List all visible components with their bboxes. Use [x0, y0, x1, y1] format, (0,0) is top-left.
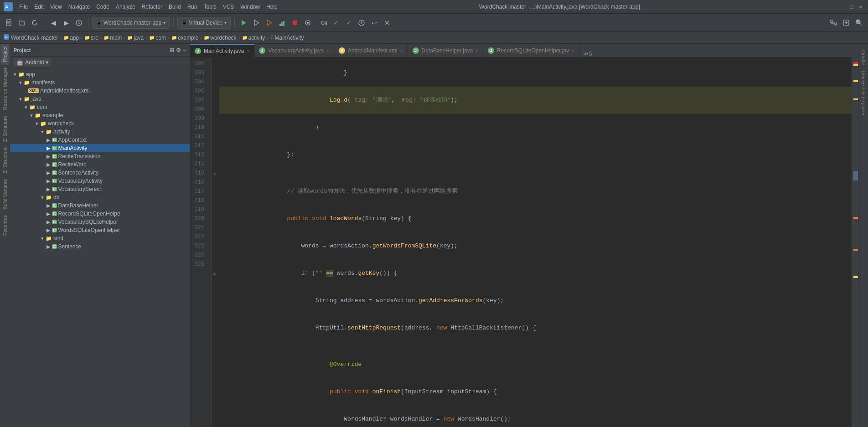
tab-androidmanifest[interactable]: X AndroidManifest.xml ×: [334, 44, 408, 57]
search-everywhere-button[interactable]: 🔍: [853, 17, 864, 28]
profile-button[interactable]: [277, 17, 288, 28]
panel-action-icon[interactable]: ⊞: [170, 47, 174, 53]
git-update-button[interactable]: ✓: [343, 17, 354, 28]
tree-androidmanifest[interactable]: XML AndroidManifest.xml: [10, 87, 190, 95]
tree-manifests[interactable]: ▾ 📁 manifests: [10, 78, 190, 87]
virtual-device-dropdown[interactable]: 📱 Virtual Device ▾: [177, 17, 231, 29]
right-gutter-scrollbar[interactable]: [852, 57, 858, 427]
make-project-button[interactable]: [238, 17, 249, 28]
tree-db-folder[interactable]: ▾ 📁 db: [10, 193, 190, 201]
code-editor[interactable]: 302 303 304 305 307 308 309 310 311 312 …: [190, 57, 858, 427]
close-button[interactable]: ×: [857, 3, 864, 10]
menu-build[interactable]: Build: [166, 3, 184, 11]
recent-files-button[interactable]: [73, 17, 84, 28]
open-project-structure-button[interactable]: [828, 17, 839, 28]
gradle-tab[interactable]: Gradle: [859, 47, 868, 68]
menu-edit[interactable]: Edit: [31, 3, 46, 11]
git-rollback-button[interactable]: ↩: [369, 17, 380, 28]
favorites-tab[interactable]: Favorites: [0, 212, 10, 238]
stop-button[interactable]: [289, 17, 300, 28]
menu-window[interactable]: Window: [238, 3, 263, 11]
app-module-dropdown[interactable]: 📱 WordChack-master-app ▾: [92, 17, 170, 29]
breadcrumb-java[interactable]: java: [134, 35, 144, 41]
tab-databasehelper[interactable]: J DataBaseHelper.java ×: [408, 44, 484, 57]
tree-app[interactable]: ▾ 📁 app: [10, 70, 190, 78]
tree-wordssqliteopenhelper[interactable]: ▶ C WordsSQLiteOpenHelper: [10, 226, 190, 234]
tab-close-recordsqlite[interactable]: ×: [572, 48, 574, 53]
breadcrumb-activity[interactable]: activity: [248, 35, 265, 41]
forward-button[interactable]: ▶: [61, 17, 72, 28]
tree-example[interactable]: ▾ 📁 example: [10, 111, 190, 119]
project-tab[interactable]: Project: [0, 44, 10, 65]
tree-vocabularyactivity[interactable]: ▶ C VocabularyActivity: [10, 177, 190, 185]
menu-code[interactable]: Code: [93, 3, 112, 11]
menu-run[interactable]: Run: [185, 3, 200, 11]
tab-mainactivity[interactable]: J MainActivity.java ×: [190, 44, 254, 57]
tab-vocabularyactivity[interactable]: J VocabularyActivity.java ×: [254, 44, 334, 57]
tree-java-label: java: [31, 96, 190, 102]
tab-close-database[interactable]: ×: [475, 48, 478, 53]
menu-tools[interactable]: Tools: [201, 3, 219, 11]
tree-mainactivity[interactable]: ▶ C MainActivity: [10, 144, 190, 152]
minimize-button[interactable]: −: [839, 3, 846, 10]
menu-analyze[interactable]: Analyze: [113, 3, 138, 11]
debug-button[interactable]: [264, 17, 275, 28]
new-file-button[interactable]: [4, 17, 15, 28]
breadcrumb-main[interactable]: main: [110, 35, 122, 41]
breadcrumb-item-0[interactable]: W: [4, 34, 10, 41]
sync-button[interactable]: [29, 17, 40, 28]
tree-reciteword[interactable]: ▶ C ReciteWord: [10, 160, 190, 169]
attach-debugger-button[interactable]: [302, 17, 313, 28]
tree-kind-folder[interactable]: ▾ 📁 kind: [10, 234, 190, 242]
breadcrumb-project[interactable]: WordChack-master: [11, 35, 58, 41]
run-button[interactable]: [251, 17, 262, 28]
menu-vcs[interactable]: VCS: [220, 3, 237, 11]
tab-close-vocabulary[interactable]: ×: [326, 48, 329, 53]
back-button[interactable]: ◀: [48, 17, 59, 28]
build-variants-tab[interactable]: Build Variants: [0, 176, 10, 212]
menu-help[interactable]: Help: [264, 3, 280, 11]
git-check-button[interactable]: ✓: [331, 17, 341, 28]
open-button[interactable]: [16, 17, 27, 28]
git-history-button[interactable]: [356, 17, 367, 28]
tree-activity-folder[interactable]: ▾ 📁 activity: [10, 128, 190, 136]
tree-sentence[interactable]: ▶ C Sentence: [10, 242, 190, 251]
tree-java[interactable]: ▾ 📁 java: [10, 95, 190, 103]
breadcrumb-wordcheck[interactable]: wordcheck: [210, 35, 236, 41]
tab-recordsqlite[interactable]: J RecordSQLiteOpenHelper.jav ×: [483, 44, 579, 57]
tree-wordcheck[interactable]: ▾ 📁 wordcheck: [10, 119, 190, 128]
view-selector[interactable]: 🤖 Android ▾: [14, 58, 51, 67]
breadcrumb-example[interactable]: example: [178, 35, 198, 41]
tree-vocabularyserech[interactable]: ▶ C VocabularySerech: [10, 185, 190, 193]
resource-manager-tab[interactable]: Resource Manager: [0, 65, 10, 113]
breadcrumb-app[interactable]: app: [70, 35, 79, 41]
maximize-button[interactable]: □: [848, 3, 855, 10]
panel-minimize-icon[interactable]: −: [183, 47, 186, 53]
device-file-explorer-tab[interactable]: Device File Explorer: [859, 68, 868, 118]
tree-vocabularysqlitehelper[interactable]: ▶ C VocabularySQLiteHelper: [10, 218, 190, 226]
tree-recordsqliteopenhelper[interactable]: ▶ C RecordSQLiteOpenHelpe: [10, 210, 190, 218]
breadcrumb-src[interactable]: src: [91, 35, 98, 41]
tab-close-mainactivity[interactable]: ×: [247, 49, 249, 54]
tree-recitetranslation[interactable]: ▶ C ReciteTranslation: [10, 152, 190, 160]
menu-refactor[interactable]: Refactor: [139, 3, 165, 11]
tree-com[interactable]: ▾ 📁 com: [10, 103, 190, 111]
panel-settings-icon[interactable]: ⚙: [176, 47, 181, 53]
structure-tab-2[interactable]: Z: Structure: [0, 144, 10, 176]
project-panel: Project ⊞ ⚙ − 🤖 Android ▾ ▾ 📁 app: [10, 44, 190, 427]
breadcrumb-com[interactable]: com: [155, 35, 166, 41]
structure-tab-1[interactable]: Z: Structure: [0, 113, 10, 144]
menu-file[interactable]: File: [16, 3, 31, 11]
tree-databasehelper[interactable]: ▶ C DataBaseHelper: [10, 201, 190, 210]
git-extra-button[interactable]: [382, 17, 393, 28]
tab-overflow[interactable]: ≫5: [579, 51, 596, 57]
scrollbar-thumb[interactable]: [853, 171, 858, 180]
tree-sentenceactivity[interactable]: ▶ C SentenceActivity: [10, 169, 190, 177]
sdk-manager-button[interactable]: [841, 17, 852, 28]
code-content[interactable]: } Log.d( tag: "测试", msg: "保存成功"); } };: [219, 57, 852, 427]
tree-appcontext[interactable]: ▶ C AppContext: [10, 136, 190, 144]
menu-navigate[interactable]: Navigate: [66, 3, 93, 11]
breadcrumb-mainactivity[interactable]: MainActivity: [275, 35, 304, 41]
menu-view[interactable]: View: [47, 3, 65, 11]
tab-close-manifest[interactable]: ×: [400, 48, 403, 53]
